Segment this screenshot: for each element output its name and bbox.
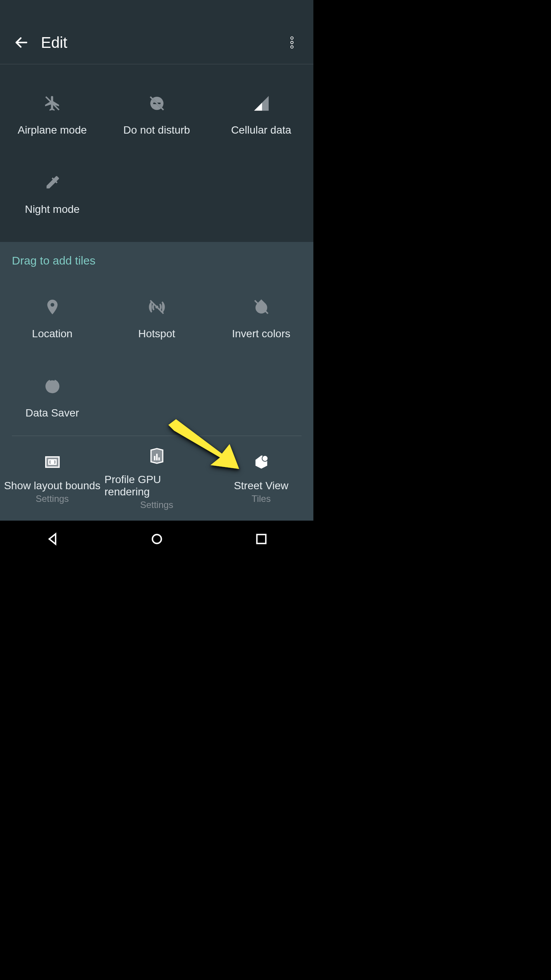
tile-label: Show layout bounds <box>4 480 100 492</box>
status-bar <box>0 0 313 21</box>
svg-point-19 <box>262 456 267 461</box>
page-title: Edit <box>41 34 67 51</box>
nav-recent-icon <box>254 531 269 547</box>
tile-label: Data Saver <box>25 407 79 419</box>
nav-home-icon <box>149 531 165 547</box>
data-saver-icon <box>42 376 63 397</box>
nav-home-button[interactable] <box>126 521 187 557</box>
nav-back-button[interactable] <box>22 521 83 557</box>
tile-location[interactable]: Location <box>0 277 104 356</box>
available-tiles-grid-a: Location Hotspot Invert colors Data Save… <box>0 277 313 436</box>
android-navbar <box>0 521 313 557</box>
app-bar: Edit <box>0 21 313 64</box>
svg-point-15 <box>51 461 54 464</box>
tile-invert-colors[interactable]: Invert colors <box>209 277 313 356</box>
gpu-profile-icon <box>146 445 168 467</box>
section-title: Drag to add tiles <box>0 242 313 277</box>
eyedropper-icon <box>42 172 63 193</box>
tile-sublabel: Settings <box>36 493 69 504</box>
tile-label: Airplane mode <box>18 124 87 136</box>
layout-bounds-icon <box>42 451 63 473</box>
nav-back-icon <box>45 531 60 547</box>
screen: Edit Airplane mode Do not disturb Cellul… <box>0 0 313 521</box>
svg-rect-16 <box>154 456 155 461</box>
svg-point-3 <box>291 46 293 48</box>
hotspot-off-icon <box>146 296 168 318</box>
svg-rect-18 <box>158 457 160 461</box>
invert-colors-off-icon <box>251 296 272 318</box>
tile-street-view[interactable]: Street View Tiles <box>209 436 313 517</box>
tile-label: Cellular data <box>231 124 291 136</box>
available-tiles-section: Drag to add tiles Location Hotspot Inver… <box>0 242 313 521</box>
tile-label: Hotspot <box>138 328 175 340</box>
back-button[interactable] <box>3 24 40 61</box>
location-icon <box>42 296 63 318</box>
tile-label: Invert colors <box>232 328 290 340</box>
tile-sublabel: Settings <box>140 500 173 510</box>
active-tiles-grid: Airplane mode Do not disturb Cellular da… <box>0 64 313 232</box>
arrow-back-icon <box>14 35 29 50</box>
tile-sublabel: Tiles <box>252 493 271 504</box>
tile-airplane-mode[interactable]: Airplane mode <box>0 74 104 153</box>
tile-show-layout-bounds[interactable]: Show layout bounds Settings <box>0 436 104 517</box>
svg-point-1 <box>291 37 293 39</box>
tile-do-not-disturb[interactable]: Do not disturb <box>104 74 209 153</box>
tile-hotspot[interactable]: Hotspot <box>104 277 209 356</box>
svg-point-12 <box>45 379 60 394</box>
tile-data-saver[interactable]: Data Saver <box>0 356 104 436</box>
svg-point-2 <box>291 41 293 44</box>
tile-label: Street View <box>234 480 289 492</box>
svg-point-21 <box>152 534 161 543</box>
tile-cellular-data[interactable]: Cellular data <box>209 74 313 153</box>
dnd-off-icon <box>146 93 168 114</box>
street-view-icon <box>251 451 272 473</box>
tile-label: Do not disturb <box>123 124 190 136</box>
overflow-menu-button[interactable] <box>274 24 310 61</box>
tile-label: Night mode <box>25 203 80 216</box>
tile-profile-gpu[interactable]: Profile GPU rendering Settings <box>104 436 209 517</box>
svg-rect-17 <box>156 454 158 460</box>
more-vert-icon <box>284 35 300 50</box>
cellular-data-icon <box>251 93 272 114</box>
svg-rect-22 <box>257 534 266 543</box>
tile-label: Location <box>32 328 73 340</box>
nav-recent-button[interactable] <box>231 521 292 557</box>
tile-label: Profile GPU rendering <box>104 474 209 498</box>
available-tiles-grid-b: Show layout bounds Settings Profile GPU … <box>0 436 313 517</box>
tile-night-mode[interactable]: Night mode <box>0 153 104 232</box>
airplane-off-icon <box>42 93 63 114</box>
